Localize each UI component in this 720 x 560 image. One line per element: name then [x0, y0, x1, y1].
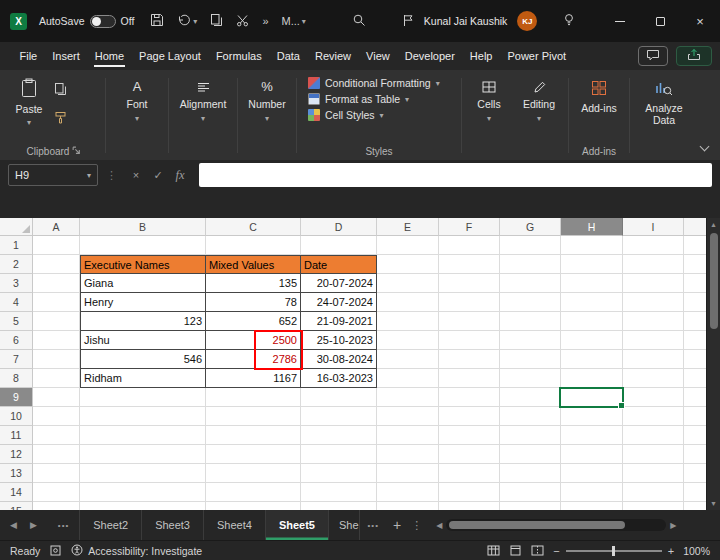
cell-E10[interactable]	[377, 407, 439, 426]
cell-G13[interactable]	[500, 464, 561, 483]
cell-A4[interactable]	[33, 293, 80, 312]
select-all-corner[interactable]	[0, 218, 33, 236]
cell-G8[interactable]	[500, 369, 561, 388]
undo-dropdown-icon[interactable]: ▾	[193, 17, 197, 26]
cell-I14[interactable]	[623, 483, 684, 502]
cell-C1[interactable]	[206, 236, 301, 255]
formula-input[interactable]	[199, 163, 712, 187]
zoom-out-button[interactable]: −	[553, 545, 559, 557]
cell-D6[interactable]: 25-10-2023	[301, 331, 377, 350]
cell-I4[interactable]	[623, 293, 684, 312]
page-break-view-button[interactable]	[531, 545, 544, 556]
cell-D3[interactable]: 20-07-2024	[301, 274, 377, 293]
font-group-button[interactable]: A Font ▾	[109, 73, 165, 160]
cell-I8[interactable]	[623, 369, 684, 388]
cell-B8[interactable]: Ridham	[80, 369, 206, 388]
cell-E11[interactable]	[377, 426, 439, 445]
clipboard-dialog-launcher[interactable]	[72, 146, 81, 157]
column-header-I[interactable]: I	[623, 218, 684, 236]
zoom-level[interactable]: 100%	[683, 545, 710, 557]
close-button[interactable]: ×	[680, 0, 720, 42]
cell-H8[interactable]	[561, 369, 623, 388]
column-header-G[interactable]: G	[500, 218, 561, 236]
sheet-list-button[interactable]: •••	[58, 521, 69, 530]
row-header-13[interactable]: 13	[0, 464, 33, 483]
menu-item-home[interactable]: Home	[87, 42, 131, 70]
vertical-scroll-thumb[interactable]	[710, 233, 718, 329]
cell-E14[interactable]	[377, 483, 439, 502]
sheet-overflow-button[interactable]: •••	[368, 521, 379, 530]
cell-I10[interactable]	[623, 407, 684, 426]
cell-B3[interactable]: Giana	[80, 274, 206, 293]
cell-I3[interactable]	[623, 274, 684, 293]
cell-E7[interactable]	[377, 350, 439, 369]
column-header-A[interactable]: A	[33, 218, 80, 236]
flag-button[interactable]	[402, 14, 414, 29]
cell-G5[interactable]	[500, 312, 561, 331]
cell-F1[interactable]	[439, 236, 500, 255]
menu-item-file[interactable]: File	[12, 42, 45, 70]
menu-item-developer[interactable]: Developer	[397, 42, 462, 70]
scroll-right-button[interactable]: ▶	[670, 521, 676, 530]
cell-G2[interactable]	[500, 255, 561, 274]
cell-E4[interactable]	[377, 293, 439, 312]
name-box[interactable]: H9 ▾	[8, 164, 98, 186]
cell-F15[interactable]	[439, 502, 500, 510]
cell-A8[interactable]	[33, 369, 80, 388]
cell-B12[interactable]	[80, 445, 206, 464]
cell-D1[interactable]	[301, 236, 377, 255]
cell-I11[interactable]	[623, 426, 684, 445]
sheet-tab-sheet3[interactable]: Sheet3	[142, 510, 204, 540]
number-group-button[interactable]: % Number ▾	[241, 73, 293, 160]
cell-B15[interactable]	[80, 502, 206, 510]
cell-C14[interactable]	[206, 483, 301, 502]
cell-E3[interactable]	[377, 274, 439, 293]
sheet-tab-sheet2[interactable]: Sheet2	[79, 510, 142, 540]
row-header-9[interactable]: 9	[0, 388, 33, 407]
autosave-toggle[interactable]	[90, 15, 116, 28]
cell-A9[interactable]	[33, 388, 80, 407]
cell-I15[interactable]	[623, 502, 684, 510]
cell-G1[interactable]	[500, 236, 561, 255]
cell-F9[interactable]	[439, 388, 500, 407]
cell-C8[interactable]: 1167	[206, 369, 301, 388]
row-header-7[interactable]: 7	[0, 350, 33, 369]
cell-D11[interactable]	[301, 426, 377, 445]
cell-styles-button[interactable]: Cell Styles ▾	[308, 109, 458, 121]
horizontal-scroll-track[interactable]	[446, 519, 666, 531]
cell-D2[interactable]: Date	[301, 255, 377, 274]
quick-access-more-button[interactable]: M...▾	[282, 15, 306, 27]
cell-E6[interactable]	[377, 331, 439, 350]
cell-D15[interactable]	[301, 502, 377, 510]
comments-button[interactable]	[638, 46, 668, 66]
row-header-10[interactable]: 10	[0, 407, 33, 426]
horizontal-scrollbar[interactable]: ◀ ▶	[432, 519, 680, 531]
cell-D14[interactable]	[301, 483, 377, 502]
sheet-tab-she[interactable]: She	[329, 510, 360, 540]
cell-I7[interactable]	[623, 350, 684, 369]
paste-button[interactable]: Paste ▾	[6, 73, 52, 143]
cell-D8[interactable]: 16-03-2023	[301, 369, 377, 388]
cell-C10[interactable]	[206, 407, 301, 426]
cell-E8[interactable]	[377, 369, 439, 388]
cell-D5[interactable]: 21-09-2021	[301, 312, 377, 331]
row-header-15[interactable]: 15	[0, 502, 33, 510]
cell-C11[interactable]	[206, 426, 301, 445]
analyze-data-button[interactable]: Analyze Data	[633, 73, 695, 160]
search-button[interactable]	[352, 13, 366, 29]
save-button[interactable]	[150, 13, 164, 29]
menu-item-insert[interactable]: Insert	[45, 42, 88, 70]
alignment-group-button[interactable]: Alignment ▾	[172, 73, 234, 160]
horizontal-scroll-thumb[interactable]	[449, 521, 625, 529]
add-ins-button[interactable]: Add-ins	[572, 73, 626, 143]
sheet-nav-prev[interactable]: ◀	[10, 520, 17, 530]
cell-G6[interactable]	[500, 331, 561, 350]
share-button[interactable]	[676, 46, 712, 66]
vertical-scrollbar[interactable]: ▲ ▼	[706, 218, 720, 510]
row-header-1[interactable]: 1	[0, 236, 33, 255]
cell-C4[interactable]: 78	[206, 293, 301, 312]
cell-C13[interactable]	[206, 464, 301, 483]
menu-item-formulas[interactable]: Formulas	[208, 42, 269, 70]
collapse-ribbon-button[interactable]	[700, 142, 710, 152]
zoom-slider-thumb[interactable]	[612, 546, 615, 556]
